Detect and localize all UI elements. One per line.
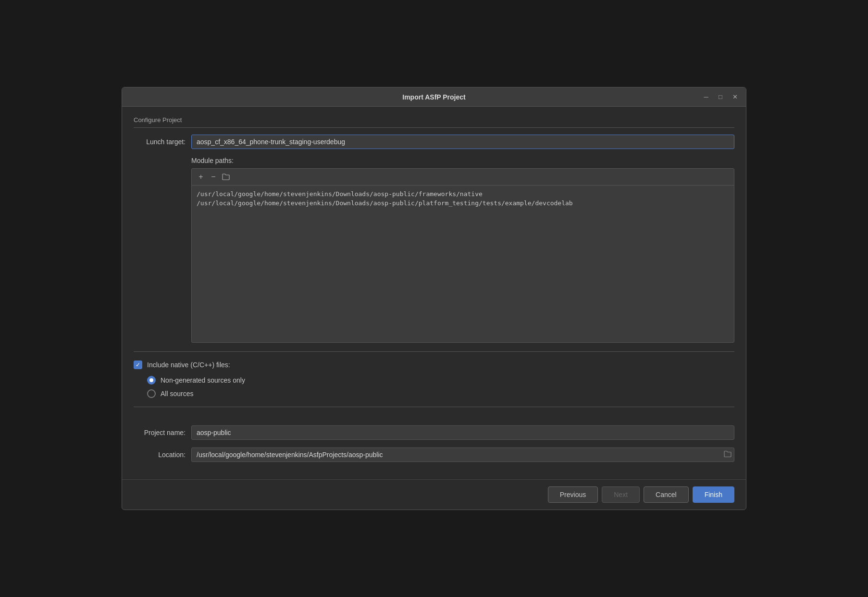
radio-non-generated-label: Non-generated sources only xyxy=(161,376,245,384)
check-icon: ✓ xyxy=(136,361,140,368)
add-module-button[interactable]: + xyxy=(196,172,206,182)
module-list: /usr/local/google/home/stevenjenkins/Dow… xyxy=(192,186,734,282)
include-native-row: ✓ Include native (C/C++) files: xyxy=(134,361,734,369)
location-browse-button[interactable] xyxy=(724,451,732,459)
lunch-target-label: Lunch target: xyxy=(134,138,191,146)
module-toolbar: + − xyxy=(192,169,734,186)
list-item: /usr/local/google/home/stevenjenkins/Dow… xyxy=(197,199,729,208)
location-input[interactable] xyxy=(191,448,734,462)
titlebar-controls: ─ □ ✕ xyxy=(701,92,740,102)
next-button: Next xyxy=(602,486,640,503)
include-native-label: Include native (C/C++) files: xyxy=(147,361,230,369)
dialog-footer: Previous Next Cancel Finish xyxy=(122,479,746,510)
dialog-title: Import ASfP Project xyxy=(402,93,465,101)
previous-button[interactable]: Previous xyxy=(548,486,598,503)
import-dialog: Import ASfP Project ─ □ ✕ Configure Proj… xyxy=(122,87,746,510)
radio-non-generated[interactable] xyxy=(147,376,156,385)
radio-all-sources-row[interactable]: All sources xyxy=(147,389,734,398)
lunch-target-row: Lunch target: xyxy=(134,135,734,149)
minimize-button[interactable]: ─ xyxy=(701,92,711,102)
remove-module-button[interactable]: − xyxy=(208,172,219,182)
titlebar: Import ASfP Project ─ □ ✕ xyxy=(122,87,746,107)
finish-button[interactable]: Finish xyxy=(693,486,734,503)
radio-all-sources[interactable] xyxy=(147,389,156,398)
radio-group: Non-generated sources only All sources xyxy=(147,376,734,398)
lunch-target-input[interactable] xyxy=(191,135,734,149)
dialog-content: Configure Project Lunch target: Module p… xyxy=(122,107,746,479)
close-button[interactable]: ✕ xyxy=(730,92,740,102)
radio-all-sources-label: All sources xyxy=(161,390,193,398)
location-folder-icon xyxy=(724,451,732,458)
include-native-checkbox[interactable]: ✓ xyxy=(134,361,142,369)
separator-2 xyxy=(134,407,734,407)
separator xyxy=(134,351,734,352)
module-paths-label: Module paths: xyxy=(191,157,734,164)
module-paths-container: + − /usr/local/google/home/stevenjenkins… xyxy=(191,168,734,343)
project-name-row: Project name: xyxy=(134,425,734,440)
list-item: /usr/local/google/home/stevenjenkins/Dow… xyxy=(197,189,729,199)
section-header: Configure Project xyxy=(134,116,734,128)
cancel-button[interactable]: Cancel xyxy=(644,486,689,503)
location-label: Location: xyxy=(134,451,191,459)
folder-icon xyxy=(222,174,230,180)
location-input-wrapper xyxy=(191,448,734,462)
browse-module-button[interactable] xyxy=(221,172,231,182)
location-row: Location: xyxy=(134,448,734,462)
project-name-label: Project name: xyxy=(134,429,191,436)
project-name-input[interactable] xyxy=(191,425,734,440)
radio-non-generated-row[interactable]: Non-generated sources only xyxy=(147,376,734,385)
maximize-button[interactable]: □ xyxy=(715,92,726,102)
